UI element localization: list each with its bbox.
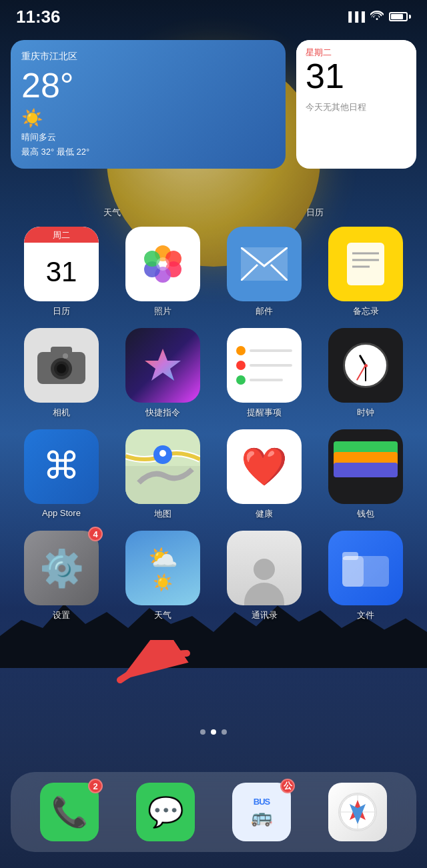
app-camera[interactable]: 相机	[11, 328, 112, 419]
shortcuts-icon	[125, 328, 200, 403]
phone-icon: 📞 2	[40, 783, 99, 841]
page-dots	[0, 729, 427, 735]
contacts-app-label: 通讯录	[252, 609, 278, 621]
messages-icon: 💬	[136, 783, 195, 841]
app-health[interactable]: ❤️ 健康	[214, 429, 315, 520]
svg-text:⌘: ⌘	[43, 445, 80, 487]
weather-temp: 28°	[21, 65, 275, 105]
app-clock[interactable]: 时钟	[315, 328, 416, 419]
calendar-day: 31	[306, 59, 407, 93]
app-appstore[interactable]: ⌘ App Store	[11, 429, 112, 520]
weather-sun-icon: ☀️	[21, 108, 275, 129]
weather-range: 最高 32° 最低 22°	[21, 146, 275, 158]
svg-rect-15	[51, 347, 72, 355]
calendar-note: 今天无其他日程	[306, 101, 407, 113]
app-mail[interactable]: 邮件	[214, 227, 315, 317]
weather-city: 重庆市江北区	[21, 51, 275, 63]
clock-icon	[328, 328, 403, 403]
reminders-app-label: 提醒事项	[247, 407, 282, 419]
photos-icon	[125, 227, 200, 301]
svg-point-6	[156, 257, 169, 271]
app-contacts[interactable]: 通讯录	[214, 531, 315, 621]
health-app-label: 健康	[256, 508, 273, 520]
calendar-icon-day: 31	[46, 243, 77, 301]
svg-point-26	[159, 450, 166, 457]
dock-messages[interactable]: 💬	[136, 783, 195, 841]
signal-icon: ▐▐▐	[345, 11, 365, 22]
files-icon	[328, 531, 403, 605]
calendar-widget[interactable]: 星期二 31 今天无其他日程	[296, 40, 416, 169]
app-settings[interactable]: ⚙️ 4 设置	[11, 531, 112, 621]
notes-app-label: 备忘录	[353, 305, 379, 317]
calendar-widget-label: 日历	[214, 207, 416, 219]
app-grid: 周二 31 日历 照片	[11, 227, 416, 621]
app-notes[interactable]: 备忘录	[315, 227, 416, 317]
clock-app-label: 时钟	[357, 407, 374, 419]
wifi-icon	[370, 11, 384, 23]
appstore-app-label: App Store	[42, 508, 81, 518]
phone-badge: 2	[88, 779, 103, 793]
settings-badge: 4	[88, 527, 103, 541]
bus-icon: BUS 🚌 公	[232, 783, 291, 841]
svg-point-19	[63, 353, 68, 359]
mail-app-label: 邮件	[256, 305, 273, 317]
bus-badge: 公	[280, 779, 295, 793]
weather-app-label: 天气	[154, 609, 171, 621]
widgets-container: 重庆市江北区 28° ☀️ 晴间多云 最高 32° 最低 22° 星期二 31 …	[11, 40, 416, 169]
widget-labels: 天气 日历	[11, 207, 416, 219]
calendar-icon: 周二 31	[24, 227, 99, 301]
status-time: 11:36	[16, 7, 61, 27]
status-bar: 11:36 ▐▐▐	[0, 0, 427, 33]
shortcuts-app-label: 快捷指令	[145, 407, 180, 419]
dock: 📞 2 💬 BUS 🚌 公	[11, 772, 416, 852]
dock-phone[interactable]: 📞 2	[40, 783, 99, 841]
app-photos[interactable]: 照片	[112, 227, 214, 317]
photos-app-label: 照片	[154, 305, 171, 317]
reminders-icon	[227, 328, 302, 403]
app-files[interactable]: 文件	[315, 531, 416, 621]
safari-icon	[328, 783, 387, 841]
page-dot-3[interactable]	[222, 729, 227, 735]
svg-rect-10	[347, 243, 384, 285]
weather-widget-label: 天气	[11, 207, 214, 219]
dock-bus[interactable]: BUS 🚌 公	[232, 783, 291, 841]
mail-icon	[227, 227, 302, 301]
svg-point-18	[57, 364, 66, 373]
dock-safari[interactable]	[328, 783, 387, 841]
calendar-icon-weekday: 周二	[24, 227, 99, 243]
battery-icon	[389, 12, 411, 21]
health-icon: ❤️	[227, 429, 302, 504]
calendar-body: 今天无其他日程	[296, 96, 416, 121]
contacts-icon	[227, 531, 302, 605]
app-calendar[interactable]: 周二 31 日历	[11, 227, 112, 317]
appstore-icon: ⌘	[24, 429, 99, 504]
wallet-icon	[328, 429, 403, 504]
page-dot-1[interactable]	[200, 729, 205, 735]
page-dot-2[interactable]	[211, 729, 216, 735]
app-reminders[interactable]: 提醒事项	[214, 328, 315, 419]
notes-icon	[328, 227, 403, 301]
svg-rect-28	[342, 556, 364, 587]
settings-app-label: 设置	[53, 609, 70, 621]
files-app-label: 文件	[357, 609, 374, 621]
maps-app-label: 地图	[154, 508, 171, 520]
calendar-header: 星期二 31	[296, 40, 416, 96]
svg-rect-29	[342, 552, 358, 560]
app-wallet[interactable]: 钱包	[315, 429, 416, 520]
camera-app-label: 相机	[53, 407, 70, 419]
app-weather[interactable]: ⛅ ☀️ 天气	[112, 531, 214, 621]
weather-desc: 晴间多云	[21, 131, 275, 143]
status-icons: ▐▐▐	[345, 11, 411, 23]
settings-icon: ⚙️ 4	[24, 531, 99, 605]
wallet-app-label: 钱包	[357, 508, 374, 520]
calendar-app-label: 日历	[53, 305, 70, 317]
weather-widget[interactable]: 重庆市江北区 28° ☀️ 晴间多云 最高 32° 最低 22°	[11, 40, 286, 169]
app-maps[interactable]: 地图	[112, 429, 214, 520]
weather-app-icon: ⛅ ☀️	[125, 531, 200, 605]
app-shortcuts[interactable]: 快捷指令	[112, 328, 214, 419]
camera-icon	[24, 328, 99, 403]
maps-icon	[125, 429, 200, 504]
